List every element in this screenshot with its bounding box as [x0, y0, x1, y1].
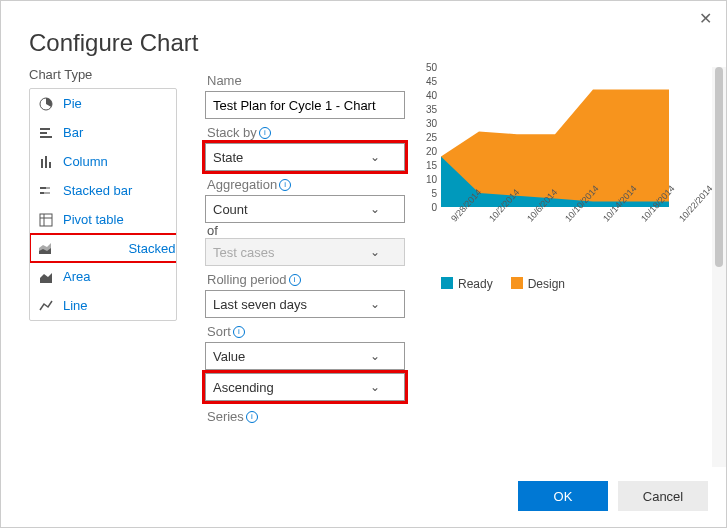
chart-type-column[interactable]: Column [30, 147, 176, 176]
stack-by-label: Stack byi [207, 125, 397, 140]
chart-type-label: Bar [63, 125, 83, 140]
cancel-button[interactable]: Cancel [618, 481, 708, 511]
chart-type-pivot-table[interactable]: Pivot table [30, 205, 176, 234]
svg-rect-1 [40, 128, 50, 130]
chart-type-label: Stacked area [128, 241, 177, 256]
info-icon[interactable]: i [259, 127, 271, 139]
x-axis: 9/28/201410/2/201410/6/201410/10/201410/… [441, 209, 669, 269]
chevron-down-icon: ⌄ [370, 297, 380, 311]
chart-type-label: Pivot table [63, 212, 124, 227]
chevron-down-icon: ⌄ [370, 202, 380, 216]
chevron-down-icon: ⌄ [370, 150, 380, 164]
chevron-down-icon: ⌄ [370, 380, 380, 394]
svg-rect-6 [49, 162, 51, 168]
name-label: Name [207, 73, 397, 88]
scrollbar[interactable] [712, 67, 726, 467]
ok-button[interactable]: OK [518, 481, 608, 511]
legend-design: Design [511, 277, 565, 291]
stack-by-select[interactable]: State⌄ [205, 143, 405, 171]
chart-type-label: Line [63, 298, 88, 313]
info-icon[interactable]: i [289, 274, 301, 286]
chart-legend: Ready Design [441, 277, 565, 291]
svg-rect-10 [44, 192, 50, 194]
chart-type-pie[interactable]: Pie [30, 89, 176, 118]
chart-type-list: PieBarColumnStacked barPivot tableStacke… [29, 88, 177, 321]
info-icon[interactable]: i [233, 326, 245, 338]
svg-rect-7 [40, 187, 46, 189]
sort-label: Sorti [207, 324, 397, 339]
area-icon [39, 270, 53, 284]
configure-chart-dialog: ✕ Configure Chart Chart Type PieBarColum… [0, 0, 727, 528]
of-label: of [207, 223, 397, 238]
chart-type-stacked-bar[interactable]: Stacked bar [30, 176, 176, 205]
chevron-down-icon: ⌄ [370, 349, 380, 363]
name-input[interactable] [205, 91, 405, 119]
chart-type-label: Column [63, 154, 108, 169]
sort-direction-select[interactable]: Ascending⌄ [205, 373, 405, 401]
series-label: Seriesi [207, 409, 397, 424]
info-icon[interactable]: i [246, 411, 258, 423]
chart-type-area[interactable]: Area [30, 262, 176, 291]
rolling-period-label: Rolling periodi [207, 272, 397, 287]
chart-type-bar[interactable]: Bar [30, 118, 176, 147]
config-form: Name Stack byi State⌄ Aggregationi Count… [177, 67, 409, 467]
aggregation-select[interactable]: Count⌄ [205, 195, 405, 223]
svg-rect-9 [40, 192, 44, 194]
chart-type-line[interactable]: Line [30, 291, 176, 320]
line-icon [39, 299, 53, 313]
y-axis: 05101520253035404550 [413, 67, 439, 207]
chart-type-stacked-area[interactable]: Stacked area [30, 234, 177, 262]
stacked-area-chart: 05101520253035404550 9/28/201410/2/20141… [413, 67, 669, 287]
pie-icon [39, 97, 53, 111]
chart-type-label: Chart Type [29, 67, 177, 82]
svg-rect-4 [41, 159, 43, 168]
chevron-down-icon: ⌄ [370, 245, 380, 259]
close-icon[interactable]: ✕ [699, 9, 712, 28]
svg-rect-11 [40, 214, 52, 226]
sort-value-select[interactable]: Value⌄ [205, 342, 405, 370]
stacked-bar-icon [39, 184, 53, 198]
rolling-period-select[interactable]: Last seven days⌄ [205, 290, 405, 318]
bar-icon [39, 126, 53, 140]
pivot-table-icon [39, 213, 53, 227]
svg-rect-8 [46, 187, 50, 189]
chart-type-label: Area [63, 269, 90, 284]
svg-rect-5 [45, 156, 47, 168]
aggregation-label: Aggregationi [207, 177, 397, 192]
legend-ready: Ready [441, 277, 493, 291]
svg-rect-2 [40, 132, 47, 134]
chart-type-label: Stacked bar [63, 183, 132, 198]
svg-rect-3 [40, 136, 52, 138]
of-select: Test cases⌄ [205, 238, 405, 266]
chart-preview-pane: 05101520253035404550 9/28/201410/2/20141… [409, 67, 726, 477]
stacked-area-icon [38, 241, 52, 255]
column-icon [39, 155, 53, 169]
dialog-title: Configure Chart [1, 1, 726, 57]
chart-type-label: Pie [63, 96, 82, 111]
info-icon[interactable]: i [279, 179, 291, 191]
chart-type-sidebar: Chart Type PieBarColumnStacked barPivot … [29, 67, 177, 477]
